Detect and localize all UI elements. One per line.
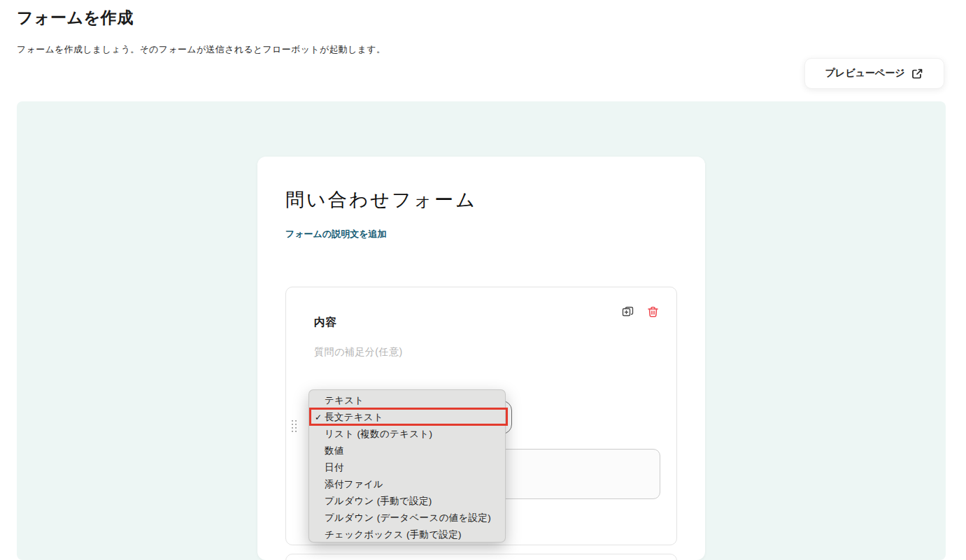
duplicate-icon [621, 306, 634, 319]
dropdown-option[interactable]: 添付ファイル [309, 476, 505, 493]
dropdown-option[interactable]: プルダウン (データベースの値を設定) [309, 510, 505, 526]
add-form-description-link[interactable]: フォームの説明文を追加 [285, 228, 387, 240]
duplicate-question-button[interactable] [620, 305, 634, 319]
preview-page-button-label: プレビューページ [825, 67, 905, 80]
page-title: フォームを作成 [17, 7, 134, 29]
type-dropdown-menu: テキスト ✓ 長文テキスト リスト (複数のテキスト) 数値 日付 添付ファイル… [308, 389, 506, 543]
external-link-icon [911, 68, 923, 80]
dropdown-option[interactable]: 日付 [309, 459, 505, 476]
question-label[interactable]: 内容 [314, 315, 337, 330]
drag-handle-icon[interactable] [292, 420, 300, 433]
dropdown-option[interactable]: プルダウン (手動で設定) [309, 493, 505, 510]
dropdown-option[interactable]: チェックボックス (手動で設定) [309, 526, 505, 543]
preview-page-button[interactable]: プレビューページ [804, 58, 944, 89]
checkmark-icon: ✓ [315, 409, 325, 426]
dropdown-option[interactable]: 数値 [309, 443, 505, 459]
dropdown-option[interactable]: テキスト [309, 392, 505, 409]
trash-icon [646, 306, 660, 319]
dropdown-option[interactable]: ✓ 長文テキスト [309, 409, 505, 426]
question-supplement-placeholder[interactable]: 質問の補足分(任意) [314, 346, 403, 359]
dropdown-option[interactable]: リスト (複数のテキスト) [309, 426, 505, 443]
page-subtitle: フォームを作成しましょう。そのフォームが送信されるとフローボットが起動します。 [17, 43, 385, 56]
form-title[interactable]: 問い合わせフォーム [285, 187, 477, 213]
delete-question-button[interactable] [646, 305, 660, 319]
next-question-card [285, 554, 677, 560]
